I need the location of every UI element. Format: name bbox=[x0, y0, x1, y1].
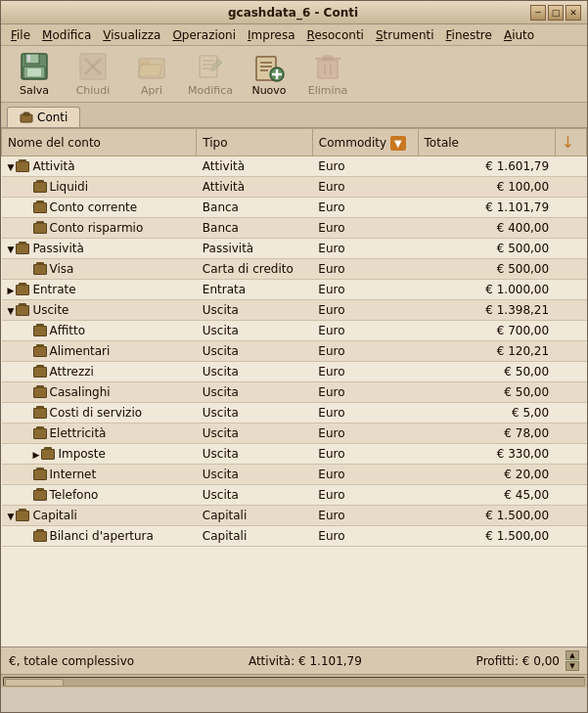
status-bar: €, totale complessivo Attività: € 1.101,… bbox=[1, 646, 587, 674]
col-header-arrow: ↓ bbox=[555, 129, 586, 156]
cell-total: € 1.000,00 bbox=[418, 280, 555, 300]
table-row[interactable]: Costi di servizioUscitaEuro€ 5,00 bbox=[2, 403, 587, 423]
cell-name: Costi di servizio bbox=[2, 403, 197, 423]
table-row[interactable]: InternetUscitaEuro€ 20,00 bbox=[2, 465, 587, 485]
table-row[interactable]: ▼ PassivitàPassivitàEuro€ 500,00 bbox=[2, 239, 587, 259]
menu-modifica[interactable]: Modifica bbox=[36, 27, 97, 43]
scrollbar-thumb[interactable] bbox=[5, 679, 64, 687]
cell-commodity: Euro bbox=[312, 218, 418, 239]
table-row[interactable]: ▼ CapitaliCapitaliEuro€ 1.500,00 bbox=[2, 506, 587, 526]
horizontal-scrollbar[interactable] bbox=[1, 674, 587, 688]
table-row[interactable]: ▶ EntrateEntrataEuro€ 1.000,00 bbox=[2, 280, 587, 300]
account-icon bbox=[16, 511, 29, 521]
cell-total: € 20,00 bbox=[418, 465, 555, 485]
tab-conti-label: Conti bbox=[37, 111, 68, 124]
col-header-nome[interactable]: Nome del conto bbox=[2, 129, 197, 156]
cell-commodity: Euro bbox=[312, 177, 418, 198]
expand-icon[interactable]: ▼ bbox=[8, 512, 15, 521]
menu-resoconti[interactable]: Resoconti bbox=[301, 27, 370, 43]
table-row[interactable]: LiquidiAttivitàEuro€ 100,00 bbox=[2, 177, 587, 198]
svg-rect-9 bbox=[139, 61, 151, 65]
account-name: Passività bbox=[32, 242, 83, 255]
cell-commodity: Euro bbox=[312, 423, 418, 444]
col-header-totale[interactable]: Totale bbox=[418, 129, 555, 156]
cell-commodity: Euro bbox=[312, 506, 418, 526]
cell-total: € 1.398,21 bbox=[418, 300, 555, 321]
table-row[interactable]: TelefonoUscitaEuro€ 45,00 bbox=[2, 485, 587, 506]
expand-icon[interactable]: ▼ bbox=[8, 162, 15, 172]
salva-icon bbox=[19, 51, 50, 82]
cell-commodity: Euro bbox=[312, 341, 418, 362]
apri-button[interactable]: Apri bbox=[124, 50, 179, 99]
cell-total: € 120,21 bbox=[418, 341, 555, 362]
account-name: Capitali bbox=[32, 509, 76, 522]
col-header-tipo[interactable]: Tipo bbox=[197, 129, 313, 156]
elimina-button[interactable]: Elimina bbox=[300, 50, 355, 99]
window-controls[interactable]: ─ □ ✕ bbox=[530, 5, 581, 21]
cell-commodity: Euro bbox=[312, 382, 418, 403]
table-row[interactable]: VisaCarta di creditoEuro€ 500,00 bbox=[2, 259, 587, 280]
account-name: Attività bbox=[32, 159, 74, 173]
tab-conti[interactable]: Conti bbox=[7, 107, 80, 127]
nuovo-button[interactable]: Nuovo bbox=[242, 50, 296, 99]
cell-total: € 50,00 bbox=[418, 362, 555, 382]
salva-button[interactable]: Salva bbox=[7, 50, 62, 99]
table-row[interactable]: AttrezziUscitaEuro€ 50,00 bbox=[2, 362, 587, 382]
table-row[interactable]: AlimentariUscitaEuro€ 120,21 bbox=[2, 341, 587, 362]
col-header-commodity[interactable]: Commodity ▼ bbox=[312, 129, 418, 156]
modifica-button[interactable]: Modifica bbox=[183, 50, 238, 99]
elimina-icon bbox=[312, 51, 343, 82]
cell-type: Capitali bbox=[197, 506, 313, 526]
cell-type: Uscita bbox=[197, 465, 313, 485]
cell-empty bbox=[555, 259, 586, 280]
salva-label: Salva bbox=[20, 84, 49, 97]
cell-name: Conto risparmio bbox=[2, 218, 197, 239]
close-button[interactable]: ✕ bbox=[565, 5, 581, 21]
menu-bar: File Modifica Visualizza Operazioni Impr… bbox=[1, 24, 587, 46]
title-bar: gcashdata_6 - Conti ─ □ ✕ bbox=[1, 1, 587, 24]
spinner[interactable]: ▲ ▼ bbox=[565, 650, 579, 671]
account-icon bbox=[33, 326, 47, 336]
menu-operazioni[interactable]: Operazioni bbox=[166, 27, 242, 43]
menu-visualizza[interactable]: Visualizza bbox=[97, 27, 166, 43]
cell-type: Uscita bbox=[197, 403, 313, 423]
spinner-down[interactable]: ▼ bbox=[565, 661, 579, 671]
table-row[interactable]: CasalinghiUscitaEuro€ 50,00 bbox=[2, 382, 587, 403]
minimize-button[interactable]: ─ bbox=[530, 5, 546, 21]
table-row[interactable]: ▼ UsciteUscitaEuro€ 1.398,21 bbox=[2, 300, 587, 321]
cell-commodity: Euro bbox=[312, 321, 418, 341]
expand-icon[interactable]: ▶ bbox=[33, 450, 40, 460]
chiudi-button[interactable]: Chiudi bbox=[66, 50, 120, 99]
cell-total: € 78,00 bbox=[418, 423, 555, 444]
expand-icon[interactable]: ▼ bbox=[8, 306, 15, 316]
table-row[interactable]: ▶ ImposteUscitaEuro€ 330,00 bbox=[2, 444, 587, 465]
cell-type: Passività bbox=[197, 239, 313, 259]
accounts-table: Nome del conto Tipo Commodity ▼ Totale ↓ bbox=[1, 128, 587, 547]
account-icon bbox=[33, 223, 47, 234]
menu-strumenti[interactable]: Strumenti bbox=[370, 27, 440, 43]
table-row[interactable]: AffittoUscitaEuro€ 700,00 bbox=[2, 321, 587, 341]
cell-type: Attività bbox=[197, 177, 313, 198]
cell-total: € 45,00 bbox=[418, 485, 555, 506]
account-name: Affitto bbox=[50, 324, 86, 337]
table-row[interactable]: Bilanci d'aperturaCapitaliEuro€ 1.500,00 bbox=[2, 526, 587, 547]
menu-finestre[interactable]: Finestre bbox=[440, 27, 498, 43]
menu-aiuto[interactable]: Aiuto bbox=[498, 27, 540, 43]
maximize-button[interactable]: □ bbox=[548, 5, 564, 21]
menu-file[interactable]: File bbox=[5, 27, 36, 43]
table-row[interactable]: Conto correnteBancaEuro€ 1.101,79 bbox=[2, 198, 587, 218]
account-name: Telefono bbox=[50, 488, 99, 502]
menu-impresa[interactable]: Impresa bbox=[242, 27, 301, 43]
cell-empty bbox=[555, 382, 586, 403]
modifica-icon bbox=[195, 51, 226, 82]
expand-icon[interactable]: ▶ bbox=[8, 286, 15, 295]
table-row[interactable]: ▼ AttivitàAttivitàEuro€ 1.601,79 bbox=[2, 156, 587, 177]
cell-name: ▶ Entrate bbox=[2, 280, 197, 300]
account-icon bbox=[33, 367, 47, 378]
spinner-up[interactable]: ▲ bbox=[565, 650, 579, 660]
table-row[interactable]: ElettricitàUscitaEuro€ 78,00 bbox=[2, 423, 587, 444]
table-row[interactable]: Conto risparmioBancaEuro€ 400,00 bbox=[2, 218, 587, 239]
expand-icon[interactable]: ▼ bbox=[8, 245, 15, 254]
cell-type: Uscita bbox=[197, 423, 313, 444]
account-icon bbox=[16, 161, 29, 172]
